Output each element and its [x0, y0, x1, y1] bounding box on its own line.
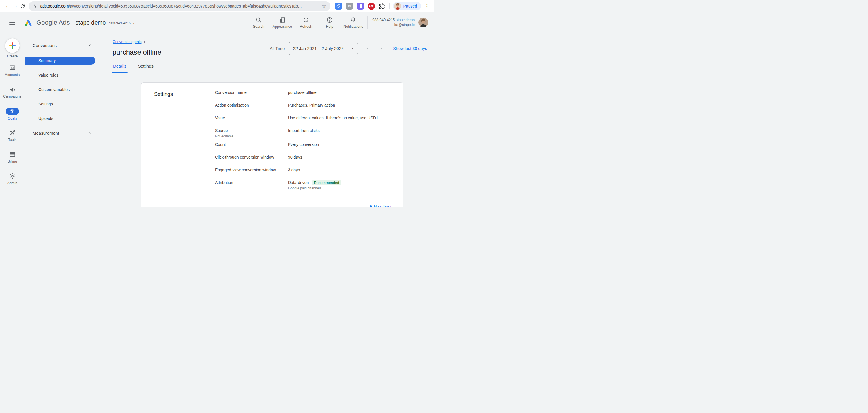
main-menu-hamburger-icon[interactable]	[9, 19, 15, 26]
recommended-badge: Recommended	[312, 180, 341, 185]
rail-item-billing[interactable]: Billing	[0, 146, 25, 168]
rail-item-accounts[interactable]: Accounts	[0, 60, 25, 82]
extensions-puzzle-icon[interactable]	[379, 3, 385, 9]
adblock-plus-extension-icon[interactable]: ABP	[368, 3, 375, 9]
rail-item-admin[interactable]: Admin	[0, 168, 25, 190]
url-highlighted-segment: &ctId=6843297783	[176, 4, 210, 8]
subnav-item-summary[interactable]: Summary	[25, 57, 95, 65]
row-count: Count Every conversion	[215, 142, 391, 147]
subnav-items: Summary Value rules Custom variables Set…	[25, 57, 99, 122]
rail-label: Accounts	[5, 73, 20, 77]
account-id: 988-949-4215	[109, 21, 131, 25]
subnav-item-label: Settings	[38, 102, 53, 106]
product-name: Google Ads	[36, 19, 70, 26]
browser-menu-kebab-icon[interactable]: ⋮	[425, 3, 429, 9]
breadcrumb-link-conversion-goals[interactable]: Conversion goals	[113, 39, 142, 44]
search-label: Search	[253, 25, 265, 29]
notifications-label: Notifications	[343, 25, 363, 29]
subnav-item-settings[interactable]: Settings	[25, 100, 99, 108]
settings-rows: Conversion name purchase offline Action …	[215, 90, 391, 198]
notifications-button[interactable]: Notifications	[341, 17, 365, 29]
row-label: Action optimisation	[215, 102, 288, 108]
refresh-button[interactable]: Refresh	[294, 17, 318, 29]
tab-settings[interactable]: Settings	[138, 63, 154, 73]
date-prev-chevron-icon[interactable]	[365, 46, 371, 51]
appearance-button[interactable]: Appearance	[270, 17, 294, 29]
settings-card: Settings Conversion name purchase offlin…	[141, 82, 403, 206]
conversions-subnav: Conversions Summary Value rules Custom v…	[25, 33, 99, 206]
rail-item-campaigns[interactable]: Campaigns	[0, 82, 25, 103]
back-icon[interactable]: ←	[4, 3, 11, 9]
left-nav-rail: Create Accounts Campaigns Goals	[0, 33, 25, 206]
row-attribution: Attribution Data-drivenRecommended Googl…	[215, 180, 391, 190]
row-label: Source	[215, 128, 288, 134]
subnav-item-value-rules[interactable]: Value rules	[25, 71, 99, 79]
header-divider	[367, 16, 368, 29]
subnav-section-measurement[interactable]: Measurement	[25, 129, 99, 137]
row-action-optimisation: Action optimisation Purchases, Primary a…	[215, 102, 391, 108]
breadcrumb-separator: ›	[144, 39, 145, 44]
admin-gear-icon	[9, 173, 16, 180]
tune-icon[interactable]	[33, 4, 37, 8]
purple-extension-icon[interactable]	[357, 3, 364, 9]
row-label: Conversion name	[215, 90, 288, 95]
tag-assistant-extension-icon[interactable]	[335, 3, 342, 9]
subnav-item-label: Uploads	[38, 116, 53, 121]
chevron-down-icon	[89, 131, 92, 135]
row-value: Import from clicks	[288, 128, 320, 133]
row-engaged-view-window: Engaged-view conversion window 3 days	[215, 167, 391, 173]
page-title: purchase offline	[113, 48, 161, 56]
row-value-sub: Google paid channels	[288, 186, 391, 190]
billing-card-icon	[9, 151, 16, 158]
row-source: Source Not editable Import from clicks	[215, 128, 391, 139]
rail-item-goals[interactable]: Goals	[0, 103, 25, 125]
reload-icon[interactable]	[19, 4, 27, 9]
account-info-line1: 988-949-4215 stape demo	[372, 18, 415, 23]
rail-label: Admin	[7, 181, 17, 185]
date-range-value: 22 Jan 2021 – 2 July 2024	[293, 46, 344, 51]
row-value: Every conversion	[288, 142, 319, 147]
subnav-item-label: Value rules	[38, 73, 58, 78]
subnav-section-label: Measurement	[33, 130, 59, 136]
search-button[interactable]: Search	[247, 17, 270, 29]
subnav-item-label: Summary	[38, 58, 56, 63]
row-label: Count	[215, 142, 288, 147]
subnav-section-label: Conversions	[33, 43, 57, 48]
toolbar-divider	[389, 3, 390, 9]
rail-item-create[interactable]: Create	[0, 37, 25, 60]
edit-settings-link[interactable]: Edit settings	[370, 204, 393, 207]
rail-label: Tools	[8, 138, 17, 142]
rail-label: Create	[7, 54, 18, 58]
chevron-up-icon	[89, 43, 92, 47]
account-switcher-caret-icon[interactable]: ▾	[133, 21, 135, 25]
help-button[interactable]: Help	[318, 17, 341, 29]
subnav-section-conversions[interactable]: Conversions	[25, 41, 99, 49]
main-content: Conversion goals › purchase offline All …	[99, 33, 434, 206]
row-conversion-name: Conversion name purchase offline	[215, 90, 391, 95]
page-header: Conversion goals › purchase offline	[113, 39, 161, 56]
subnav-item-uploads[interactable]: Uploads	[25, 114, 99, 122]
browser-toolbar: ← → ads.google.com/aw/conversions/detail…	[0, 0, 434, 12]
url-bar[interactable]: ads.google.com/aw/conversions/detail?oci…	[29, 1, 330, 11]
url-path-end: &showWebpagesTab=false&showDiagnosticsTa…	[210, 4, 302, 8]
subnav-item-label: Custom variables	[38, 87, 69, 92]
date-range-picker[interactable]: 22 Jan 2021 – 2 July 2024 ▾	[288, 42, 358, 55]
show-last-30-days-link[interactable]: Show last 30 days	[393, 46, 427, 51]
browser-profile-button[interactable]: Paused	[393, 2, 421, 10]
profile-status-label: Paused	[403, 4, 417, 8]
row-sublabel: Not editable	[215, 134, 288, 139]
detail-tabs: Details Settings	[113, 63, 434, 73]
subnav-item-custom-variables[interactable]: Custom variables	[25, 86, 99, 94]
code-extension-icon[interactable]: </>	[346, 3, 353, 9]
rail-label: Campaigns	[3, 94, 21, 98]
rail-item-tools[interactable]: Tools	[0, 125, 25, 146]
bookmark-star-icon[interactable]: ☆	[322, 3, 326, 9]
date-preset-label: All Time	[270, 46, 285, 51]
tab-details[interactable]: Details	[113, 63, 126, 73]
forward-icon[interactable]: →	[11, 3, 19, 9]
account-info-line2: ira@stape.io	[372, 23, 415, 27]
date-caret-icon: ▾	[352, 47, 354, 50]
account-avatar[interactable]	[418, 18, 428, 27]
rail-label: Billing	[7, 159, 17, 164]
date-next-chevron-icon[interactable]	[379, 46, 384, 51]
